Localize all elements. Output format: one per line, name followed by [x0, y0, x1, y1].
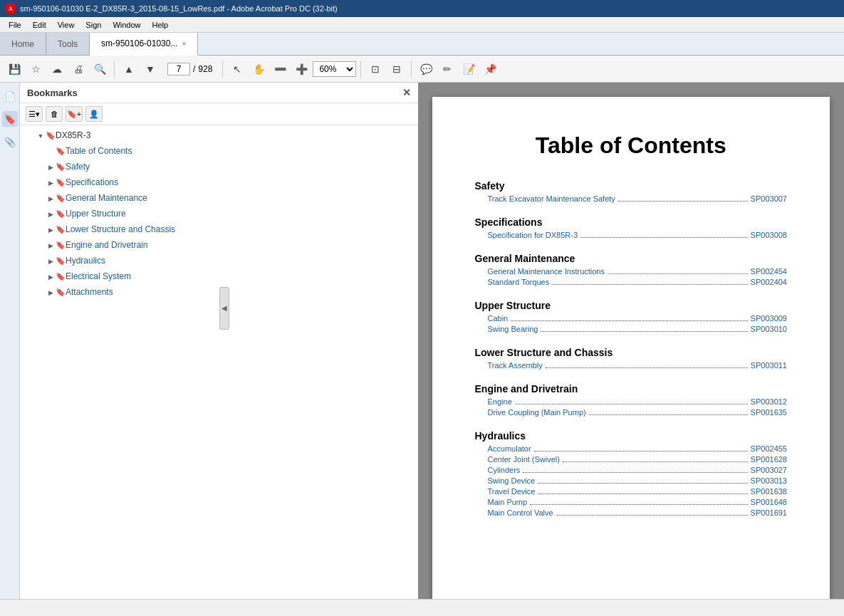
bookmark-lower-structure-toggle[interactable]: ▶ [46, 224, 56, 236]
toc-entry-en-1[interactable]: Engine SP003012 [488, 397, 788, 407]
bookmark-hydraulics-toggle[interactable]: ▶ [46, 255, 56, 268]
menu-sign[interactable]: Sign [80, 19, 107, 31]
bookmark-header: Bookmarks ✕ [20, 83, 418, 103]
tab-tools[interactable]: Tools [46, 33, 90, 55]
markup-button[interactable]: 📝 [459, 59, 479, 79]
bookmark-item-safety[interactable]: ▶ 🔖 Safety [20, 160, 418, 175]
menu-file[interactable]: File [3, 19, 27, 31]
bookmark-attachments-toggle[interactable]: ▶ [46, 286, 56, 299]
nav-icon-bookmarks[interactable]: 🔖 [2, 111, 18, 127]
toc-dots-hy-4 [538, 483, 747, 484]
toc-entry-en-2[interactable]: Drive Coupling (Main Pump) SP001635 [488, 408, 788, 417]
toc-entry-us-1[interactable]: Cabin SP003009 [488, 314, 788, 323]
bookmark-upper-structure-label: Upper Structure [66, 208, 415, 220]
toc-title: Table of Contents [475, 132, 788, 159]
toc-dots-us-1 [511, 320, 747, 321]
fit-page-button[interactable]: ⊡ [365, 59, 385, 79]
menu-view[interactable]: View [52, 19, 80, 31]
toc-entry-gm-1[interactable]: General Maintenance Instructions SP00245… [488, 267, 788, 276]
toc-page-hy-5: SP001638 [751, 487, 787, 496]
toc-entry-hy-7[interactable]: Main Control Valve SP001691 [488, 508, 788, 518]
bookmark-item-engine[interactable]: ▶ 🔖 Engine and Drivetrain [20, 238, 418, 254]
share-button[interactable]: ☁ [47, 59, 67, 79]
left-icon-strip: 📄 🔖 📎 [0, 83, 20, 599]
bookmark-root-toggle[interactable]: ▼ [36, 130, 46, 142]
bookmark-item-toc[interactable]: ▶ 🔖 Table of Contents [20, 144, 418, 160]
bookmark-menu-button[interactable]: ☰▾ [26, 106, 43, 122]
bookmark-item-general-maintenance[interactable]: ▶ 🔖 General Maintenance [20, 191, 418, 207]
prev-page-button[interactable]: ▲ [119, 59, 139, 79]
tab-document[interactable]: sm-950106-01030... × [90, 33, 198, 56]
pdf-page: Table of Contents Safety Track Excavator… [432, 97, 830, 599]
page-separator: / [193, 64, 195, 74]
fit-width-button[interactable]: ⊟ [387, 59, 407, 79]
toc-entry-us-2[interactable]: Swing Bearing SP003010 [488, 325, 788, 334]
hand-tool-button[interactable]: ✋ [249, 59, 269, 79]
bookmark-add-button[interactable]: ☆ [26, 59, 46, 79]
bookmark-engine-icon: 🔖 [56, 239, 66, 252]
toc-dots-hy-5 [538, 494, 747, 494]
bookmark-item-electrical[interactable]: ▶ 🔖 Electrical System [20, 269, 418, 285]
bookmark-item-specifications[interactable]: ▶ 🔖 Specifications [20, 175, 418, 191]
tab-home[interactable]: Home [0, 33, 46, 55]
page-number-input[interactable] [167, 63, 190, 75]
bookmark-general-maintenance-toggle[interactable]: ▶ [46, 192, 56, 205]
toc-entry-hy-5[interactable]: Travel Device SP001638 [488, 487, 788, 496]
toc-entry-hy-1[interactable]: Accumulator SP002455 [488, 444, 788, 454]
bookmark-item-upper-structure[interactable]: ▶ 🔖 Upper Structure [20, 207, 418, 222]
toc-section-safety: Safety [475, 180, 788, 192]
comment-button[interactable]: 💬 [416, 59, 436, 79]
bookmark-hydraulics-icon: 🔖 [56, 255, 66, 268]
toc-dots-en-1 [515, 404, 748, 404]
bookmark-safety-label: Safety [66, 161, 415, 173]
bookmark-item-lower-structure[interactable]: ▶ 🔖 Lower Structure and Chassis [20, 222, 418, 238]
toc-dots-hy-7 [556, 515, 748, 516]
toc-entry-ls-1[interactable]: Track Assembly SP003011 [488, 361, 788, 370]
toc-page-hy-2: SP001628 [751, 455, 787, 464]
tab-close-button[interactable]: × [182, 40, 186, 48]
toc-entry-ls-1-label: Track Assembly [488, 361, 543, 370]
zoom-select[interactable]: 60% 75% 100% 125% 150% [313, 61, 356, 77]
bookmark-item-hydraulics[interactable]: ▶ 🔖 Hydraulics [20, 254, 418, 269]
bookmark-delete-button[interactable]: 🗑 [46, 106, 63, 122]
find-button[interactable]: 🔍 [90, 59, 110, 79]
toc-dots-hy-2 [563, 461, 748, 462]
bookmark-safety-toggle[interactable]: ▶ [46, 161, 56, 174]
toc-entry-safety-1[interactable]: Track Excavator Maintenance Safety SP003… [488, 194, 788, 204]
pdf-content-area[interactable]: ◀ Table of Contents Safety Track Excavat… [418, 83, 845, 599]
menu-edit[interactable]: Edit [27, 19, 52, 31]
bookmark-engine-toggle[interactable]: ▶ [46, 239, 56, 252]
cursor-tool-button[interactable]: ↖ [227, 59, 247, 79]
print-button[interactable]: 🖨 [68, 59, 88, 79]
page-total: 928 [198, 64, 212, 74]
bookmark-electrical-toggle[interactable]: ▶ [46, 271, 56, 283]
menu-help[interactable]: Help [147, 19, 174, 31]
toc-entry-spec-1-label: Specification for DX85R-3 [488, 231, 578, 239]
nav-icon-attachments[interactable]: 📎 [2, 134, 18, 150]
bookmark-specifications-toggle[interactable]: ▶ [46, 177, 56, 189]
toc-entry-hy-6[interactable]: Main Pump SP001648 [488, 498, 788, 507]
toc-entry-hy-2[interactable]: Center Joint (Swivel) SP001628 [488, 455, 788, 464]
menu-window[interactable]: Window [107, 19, 146, 31]
bookmark-new-button[interactable]: 🔖+ [66, 106, 83, 122]
bookmark-search-button[interactable]: 👤 [85, 106, 103, 122]
stamp-button[interactable]: 📌 [480, 59, 500, 79]
bookmark-hydraulics-label: Hydraulics [66, 255, 415, 267]
toc-entry-spec-1[interactable]: Specification for DX85R-3 SP003008 [488, 231, 788, 240]
nav-icon-pages[interactable]: 📄 [2, 88, 18, 104]
bookmark-upper-structure-toggle[interactable]: ▶ [46, 208, 56, 221]
toc-entry-gm-2[interactable]: Standard Torques SP002404 [488, 278, 788, 287]
bookmark-tree: ▼ 🔖 DX85R-3 ▶ 🔖 Table of Contents ▶ 🔖 Sa… [20, 125, 418, 599]
zoom-out-button[interactable]: ➖ [270, 59, 290, 79]
bookmark-root-item[interactable]: ▼ 🔖 DX85R-3 [20, 128, 418, 144]
zoom-in-button[interactable]: ➕ [291, 59, 311, 79]
tab-home-label: Home [11, 39, 34, 49]
toc-page-hy-7: SP001691 [751, 508, 787, 517]
next-page-button[interactable]: ▼ [140, 59, 160, 79]
bookmark-close-button[interactable]: ✕ [402, 87, 411, 98]
titlebar: A sm-950106-01030 E-2_DX85R-3_2015-08-15… [0, 0, 844, 17]
save-button[interactable]: 💾 [4, 59, 24, 79]
toc-entry-hy-4[interactable]: Swing Device SP003013 [488, 476, 788, 486]
highlight-button[interactable]: ✏ [437, 59, 457, 79]
toc-entry-hy-3[interactable]: Cylinders SP003027 [488, 466, 788, 475]
